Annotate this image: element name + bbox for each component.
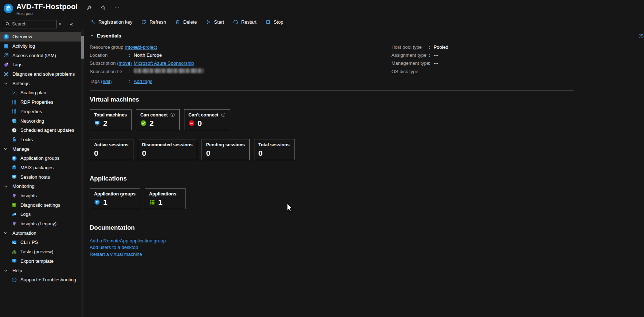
star-icon[interactable]	[100, 5, 106, 11]
sidebar-item-logs[interactable]: Logs	[0, 210, 81, 219]
sidebar-item-scaling-plan[interactable]: Scaling plan	[0, 88, 81, 98]
start-button[interactable]: Start	[206, 19, 224, 25]
search-box[interactable]	[3, 20, 57, 28]
tile-active-sessions[interactable]: Active sessions0	[90, 139, 133, 160]
sidebar-item-cli-ps[interactable]: CLI / PS	[0, 238, 81, 247]
tile-total-machines[interactable]: Total machines2	[90, 109, 132, 130]
azure-portal-hostpool-page: AVD-TF-Hostpool Host pool × «	[0, 0, 644, 317]
sidebar-item-export-template[interactable]: Export template	[0, 257, 81, 266]
sidebar-item-msix-packages[interactable]: MSIX packages	[0, 163, 81, 173]
essentials-row-host-pool-type: Host pool type:Pooled	[391, 43, 644, 51]
sidebar-item-support-troubleshooting[interactable]: ?Support + Troubleshooting	[0, 275, 81, 285]
sidebar-item-label: Scheduled agent updates	[20, 127, 74, 133]
essentials-value-subscription[interactable]: Microsoft Azure Sponsorship	[134, 60, 194, 66]
restart-button[interactable]: Restart	[233, 19, 257, 25]
tile-value: 1	[158, 198, 163, 206]
chevron-down-icon	[3, 183, 9, 189]
sidebar-item-label: Settings	[12, 81, 30, 86]
delete-button[interactable]: Delete	[175, 19, 197, 25]
doc-link-restart-a-virtual-machine[interactable]: Restart a virtual machine	[90, 251, 644, 258]
sidebar-item-tasks-preview[interactable]: Tasks (preview)	[0, 247, 81, 257]
sidebar-item-label: Tasks (preview)	[20, 249, 53, 254]
essentials-left-column: Resource group (move):avd-projectLocatio…	[90, 43, 391, 86]
essentials-value-os-disk-type: ---	[434, 69, 438, 74]
sidebar-collapse-button[interactable]: «	[68, 20, 75, 28]
essentials-value-tags[interactable]: Add tags	[134, 79, 152, 84]
vm-tiles-row2: Active sessions0Disconnected sessions0Pe…	[90, 139, 644, 160]
scrollbar-thumb[interactable]	[81, 36, 84, 59]
search-clear-button[interactable]: ×	[57, 21, 63, 27]
sidebar-item-label: Session hosts	[20, 174, 50, 180]
sidebar-group-automation[interactable]: Automation	[0, 228, 81, 238]
sidebar-item-diagnose-and-solve-problems[interactable]: Diagnose and solve problems	[0, 70, 81, 79]
essentials-label: Subscription ID	[90, 69, 129, 74]
sidebar-item-session-hosts[interactable]: Session hosts	[0, 172, 81, 182]
tile-total-sessions[interactable]: Total sessions0	[254, 139, 295, 160]
app-groups-icon	[11, 155, 17, 161]
chevron-up-icon[interactable]	[90, 33, 94, 38]
tile-pending-sessions[interactable]: Pending sessions0	[202, 139, 249, 160]
toolbar-button-label: Delete	[183, 19, 197, 25]
sidebar-item-networking[interactable]: Networking	[0, 116, 81, 126]
doc-link-add-users-to-a-desktop[interactable]: Add users to a desktop	[90, 244, 644, 251]
toolbar-button-label: Refresh	[149, 19, 166, 25]
tile-applications[interactable]: Applications1	[145, 188, 186, 209]
content-scrollbar[interactable]	[81, 29, 84, 317]
sidebar-item-access-control-iam[interactable]: Access control (IAM)	[0, 51, 81, 60]
sidebar-group-help[interactable]: Help	[0, 266, 81, 275]
json-view-link[interactable]: JS	[639, 33, 644, 39]
sidebar-item-label: Access control (IAM)	[12, 53, 56, 58]
essentials-row-assignment-type: Assignment type:---	[391, 51, 644, 59]
doc-link-add-a-remoteapp-application-group[interactable]: Add a RemoteApp application group	[90, 238, 644, 245]
pin-icon[interactable]	[86, 5, 92, 11]
sidebar-group-settings[interactable]: Settings	[0, 79, 81, 88]
tasks-icon	[11, 249, 17, 255]
tile-value: 2	[149, 119, 154, 127]
essentials-colon: :	[429, 44, 430, 50]
virtual-machines-heading: Virtual machines	[90, 96, 644, 103]
tile-can-connect[interactable]: Can connect2	[136, 109, 180, 130]
sidebar-item-insights[interactable]: Insights	[0, 191, 81, 201]
essentials-value-location: North Europe	[134, 52, 162, 58]
tile-application-groups[interactable]: Application groups1	[90, 188, 140, 209]
essentials-colon: :	[129, 60, 130, 66]
sidebar-item-label: Scaling plan	[20, 90, 46, 95]
sidebar-item-scheduled-agent-updates[interactable]: Scheduled agent updates	[0, 126, 81, 135]
essentials-value-resource-group[interactable]: avd-project	[134, 44, 157, 50]
sidebar-item-tags[interactable]: Tags	[0, 60, 81, 70]
sidebar-nav: OverviewActivity logAccess control (IAM)…	[0, 32, 81, 285]
page-title: AVD-TF-Hostpool	[16, 3, 78, 11]
sidebar-item-overview[interactable]: Overview	[0, 32, 81, 41]
tile-label: Can connect	[140, 112, 168, 118]
chevron-down-icon	[3, 80, 9, 86]
export-template-icon	[11, 258, 17, 264]
avd-project-link[interactable]: avd-project	[134, 44, 157, 50]
essentials-row-resource-group: Resource group (move):avd-project	[90, 43, 391, 51]
sidebar-item-diagnostic-settings[interactable]: Diagnostic settings	[0, 200, 81, 210]
sidebar-item-insights-legacy[interactable]: Insights (Legacy)	[0, 219, 81, 229]
sidebar-group-manage[interactable]: Manage	[0, 144, 81, 154]
sidebar-item-rdp-properties[interactable]: RDP Properties	[0, 98, 81, 107]
tile-value: 0	[258, 149, 263, 157]
tags-edit-link[interactable]: (edit)	[101, 79, 112, 84]
sidebar-item-application-groups[interactable]: Application groups	[0, 154, 81, 163]
tile-disconnected-sessions[interactable]: Disconnected sessions0	[138, 139, 198, 160]
stop-button[interactable]: Stop	[265, 19, 284, 25]
essentials-value-subscription-id	[134, 68, 204, 74]
sidebar-item-locks[interactable]: Locks	[0, 135, 81, 144]
registration-key-button[interactable]: Registration key	[90, 19, 132, 25]
sidebar-group-monitoring[interactable]: Monitoring	[0, 182, 81, 191]
sidebar-item-label: RDP Properties	[20, 99, 53, 105]
toolbar-button-label: Registration key	[98, 19, 132, 25]
refresh-button[interactable]: Refresh	[141, 19, 166, 25]
tile-can-t-connect[interactable]: Can't connect0	[184, 109, 230, 130]
sidebar-item-properties[interactable]: Properties	[0, 107, 81, 116]
command-bar: Registration keyRefreshDeleteStartRestar…	[84, 17, 644, 27]
add-tags-link[interactable]: Add tags	[134, 79, 152, 84]
sidebar-item-activity-log[interactable]: Activity log	[0, 41, 81, 51]
search-input[interactable]	[3, 20, 56, 28]
bulb-icon	[11, 221, 17, 227]
ellipsis-icon[interactable]	[114, 5, 120, 11]
main-area: × « OverviewActivity logAccess control (…	[0, 17, 644, 317]
microsoft-azure-sponsorship-link[interactable]: Microsoft Azure Sponsorship	[134, 60, 194, 66]
